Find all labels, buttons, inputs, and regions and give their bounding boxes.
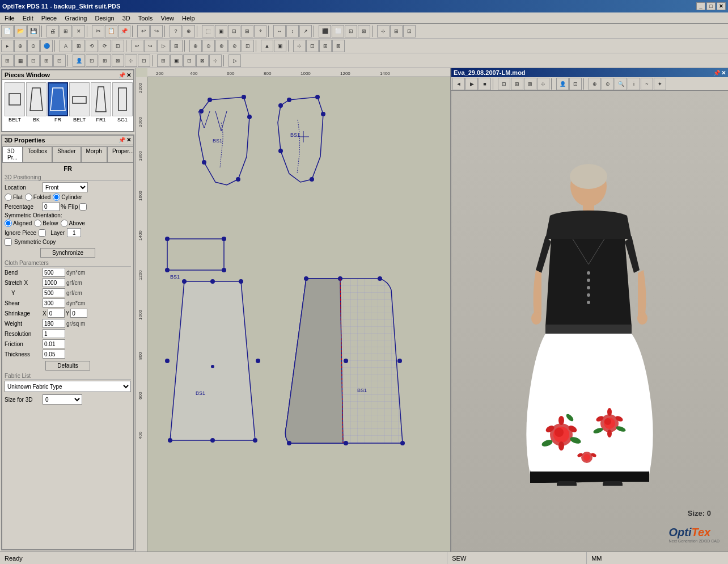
r-tb14[interactable]: ~ (641, 78, 653, 90)
props-close-icon[interactable]: ✕ (126, 137, 131, 144)
tb3-15[interactable]: ⊠ (196, 54, 209, 67)
shear-input[interactable]: 300 (43, 298, 65, 308)
above-radio[interactable] (61, 220, 68, 227)
bend-input[interactable]: 500 (43, 268, 65, 277)
tb3-6[interactable]: 👤 (73, 54, 85, 67)
piece-fr[interactable]: FR (48, 82, 68, 129)
tb2-4[interactable]: 🔵 (40, 40, 53, 52)
piece-fr1[interactable]: FR1 (91, 82, 111, 129)
aligned-radio[interactable] (5, 220, 12, 227)
r-tb7[interactable]: ⊹ (537, 78, 549, 90)
percentage-input[interactable]: 0 (43, 202, 60, 211)
r-tb1[interactable]: ◄ (452, 78, 465, 90)
tb16[interactable]: ⊡ (345, 25, 357, 37)
save-btn[interactable]: 💾 (27, 25, 40, 37)
tb2-17[interactable]: ⊘ (228, 40, 241, 52)
right-close-icon[interactable]: ✕ (721, 70, 726, 76)
synchronize-button[interactable]: Synchronize (40, 248, 95, 258)
tb2-9[interactable]: ⊡ (112, 40, 124, 52)
tb7[interactable]: ▣ (215, 25, 227, 37)
tab-3d-pr[interactable]: 3D Pr... (2, 146, 23, 162)
tb2-10[interactable]: ↩ (131, 40, 143, 52)
tb2-21[interactable]: ⊹ (293, 40, 306, 52)
cylinder-radio[interactable] (53, 193, 60, 201)
r-tb6[interactable]: ⊠ (524, 78, 536, 90)
tb15[interactable]: ⬜ (332, 25, 344, 37)
below-option[interactable]: Below (34, 220, 58, 227)
tb9[interactable]: ⊞ (241, 25, 253, 37)
menu-design[interactable]: Design (91, 14, 117, 23)
close-btn[interactable]: ✕ (717, 2, 726, 10)
fabric-select[interactable]: Unknown Fabric Type (5, 381, 131, 392)
stretch-y-input[interactable]: 500 (43, 288, 65, 297)
thickness-input[interactable]: 0.05 (43, 350, 65, 359)
shrinkage-y-input[interactable]: 0 (70, 309, 87, 318)
tb2-7[interactable]: ⟲ (86, 40, 98, 52)
tb2-3[interactable]: ⊙ (27, 40, 40, 52)
tab-morph[interactable]: Morph (81, 146, 107, 162)
location-select[interactable]: Front Back Left Right (43, 182, 88, 192)
piece-belt-2[interactable]: BELT (69, 82, 90, 129)
tb2-6[interactable]: ⊞ (73, 40, 85, 52)
menu-file[interactable]: File (1, 14, 18, 23)
redo-btn[interactable]: ↪ (150, 25, 163, 37)
size-3d-select[interactable]: 0 (43, 394, 82, 405)
sym-copy-checkbox[interactable] (5, 238, 12, 246)
tb2-13[interactable]: ⊞ (170, 40, 183, 52)
tab-shader[interactable]: Shader (52, 146, 81, 162)
tab-proper[interactable]: Proper... (107, 146, 134, 162)
print-btn[interactable]: 🖨 (46, 25, 59, 37)
tb2-16[interactable]: ⊗ (215, 40, 228, 52)
tb3-13[interactable]: ▣ (170, 54, 183, 67)
tb2-19[interactable]: ▲ (261, 40, 273, 52)
tb2-12[interactable]: ▷ (157, 40, 170, 52)
tb2-2[interactable]: ⊕ (14, 40, 27, 52)
menu-view[interactable]: View (157, 14, 177, 23)
r-tb15[interactable]: ✦ (654, 78, 666, 90)
maximize-btn[interactable]: □ (706, 2, 716, 10)
tb3-4[interactable]: ⊞ (40, 54, 53, 67)
menu-help[interactable]: Help (179, 14, 198, 23)
minimize-btn[interactable]: _ (696, 2, 705, 10)
tab-toolbox[interactable]: Toolbox (23, 146, 52, 162)
pieces-close-icon[interactable]: ✕ (126, 72, 131, 78)
tb3[interactable]: ✕ (73, 25, 85, 37)
tb3-10[interactable]: ⊹ (125, 54, 137, 67)
tb2-24[interactable]: ⊠ (332, 40, 345, 52)
tb13[interactable]: ↗ (299, 25, 312, 37)
tb3-17[interactable]: ▷ (228, 54, 241, 67)
r-tb10[interactable]: ⊕ (589, 78, 601, 90)
piece-sg1[interactable]: SG1 (112, 82, 133, 129)
pieces-pin-icon[interactable]: 📌 (118, 72, 125, 78)
tb3-5[interactable]: ⊡ (53, 54, 66, 67)
menu-tools[interactable]: Tools (135, 14, 156, 23)
tb17[interactable]: ⊠ (358, 25, 370, 37)
friction-input[interactable]: 0.01 (43, 339, 65, 348)
folded-option[interactable]: Folded (25, 193, 51, 201)
tb20[interactable]: ⊡ (403, 25, 416, 37)
r-tb5[interactable]: ⊞ (511, 78, 523, 90)
menu-grading[interactable]: Grading (61, 14, 90, 23)
copy-btn[interactable]: 📋 (105, 25, 117, 37)
piece-belt-1[interactable]: BELT (5, 82, 25, 129)
tb2[interactable]: ⊞ (60, 25, 72, 37)
above-option[interactable]: Above (61, 220, 85, 227)
folded-radio[interactable] (25, 193, 32, 201)
tb3-3[interactable]: ⊡ (27, 54, 40, 67)
tb4[interactable]: ? (170, 25, 182, 37)
piece-bk[interactable]: BK (26, 82, 46, 129)
tb3-9[interactable]: ⊠ (112, 54, 124, 67)
new-btn[interactable]: 📄 (1, 25, 14, 37)
tb2-23[interactable]: ⊞ (319, 40, 332, 52)
r-tb9[interactable]: ⊡ (569, 78, 582, 90)
tb3-12[interactable]: ⊞ (157, 54, 170, 67)
tb3-14[interactable]: ⊡ (183, 54, 196, 67)
menu-edit[interactable]: Edit (19, 14, 37, 23)
r-tb11[interactable]: ⊙ (602, 78, 614, 90)
tb18[interactable]: ⊹ (377, 25, 390, 37)
resolution-input[interactable]: 1 (43, 329, 65, 338)
tb2-14[interactable]: ⊕ (189, 40, 202, 52)
tb3-16[interactable]: ⊹ (209, 54, 222, 67)
r-tb13[interactable]: i (628, 78, 640, 90)
props-pin-icon[interactable]: 📌 (118, 137, 125, 144)
